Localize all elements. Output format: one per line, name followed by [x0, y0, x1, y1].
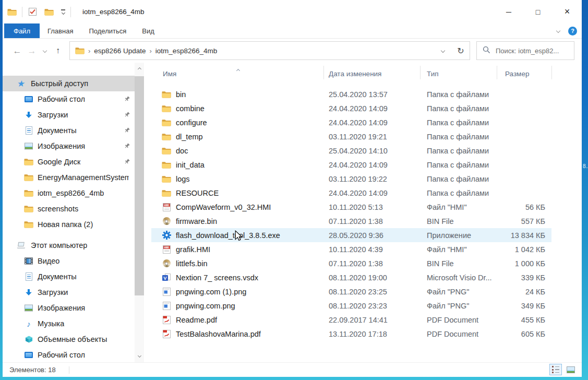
file-size: 455 КБ: [497, 316, 551, 324]
breadcrumb-separator-icon[interactable]: ›: [85, 47, 94, 55]
file-size: 557 КБ: [497, 217, 551, 225]
divider: [70, 7, 71, 17]
window-controls: ─ □ ×: [494, 0, 582, 23]
visio-icon: V: [162, 274, 171, 282]
breadcrumb-item[interactable]: iotm_esp8266_4mb: [155, 47, 218, 55]
tab-1[interactable]: Главная: [40, 23, 81, 38]
window-folder-icon[interactable]: [7, 8, 17, 16]
sidebar-item-label: Рабочий стол: [38, 351, 85, 359]
file-row[interactable]: Readme.pdf22.09.2017 14:41PDF Document45…: [151, 313, 551, 327]
file-date: 24.04.2020 14:09: [323, 104, 420, 113]
customize-toolbar-dropdown-icon[interactable]: [61, 9, 65, 14]
file-row[interactable]: firmware.bin07.11.2020 1:38BIN File557 К…: [151, 214, 551, 228]
file-name: logs: [176, 175, 190, 183]
file-row[interactable]: HMIgrafik.HMI10.11.2020 4:39Файл "HMI"1 …: [151, 242, 551, 256]
breadcrumb-item[interactable]: esp8266 Update: [94, 47, 146, 55]
file-row[interactable]: doc25.04.2020 14:10Папка с файлами: [151, 144, 551, 158]
file-size: 13 834 КБ: [497, 231, 551, 240]
file-row[interactable]: bin25.04.2020 13:57Папка с файлами: [151, 87, 551, 101]
refresh-icon[interactable]: ↻: [452, 42, 470, 60]
file-row[interactable]: RESOURCE24.04.2020 14:09Папка с файлами: [151, 186, 551, 200]
file-row[interactable]: flash_download_tool_3.8.5.exe28.05.2020 …: [151, 228, 551, 242]
file-row[interactable]: VNextion 7_ screens.vsdx08.11.2020 19:00…: [151, 270, 551, 284]
sidebar-item[interactable]: Рабочий стол: [3, 347, 135, 362]
file-row[interactable]: combine24.04.2020 14:09Папка с файлами: [151, 101, 551, 115]
file-type: Папка с файлами: [420, 161, 497, 169]
quick-access-toolbar: [28, 8, 65, 16]
properties-check-icon[interactable]: [28, 8, 37, 16]
desktop-text-fragment: 8...: [583, 163, 588, 169]
explorer-window: iotm_esp8266_4mb ─ □ × ФайлГлавнаяПодели…: [3, 0, 582, 377]
scroll-up-icon[interactable]: [135, 64, 144, 74]
details-view-button[interactable]: [549, 364, 562, 375]
close-button[interactable]: ×: [553, 0, 582, 23]
address-bar[interactable]: ›esp8266 Update›iotm_esp8266_4mb ↻: [69, 41, 470, 60]
file-name: Nextion 7_ screens.vsdx: [176, 274, 258, 282]
bin-icon: [162, 217, 171, 225]
file-type: Microsoft Visio Dr...: [420, 274, 497, 282]
file-date: 08.11.2020 23:25: [323, 288, 420, 296]
file-row[interactable]: pngwing.com (1).png08.11.2020 23:25Файл …: [151, 284, 551, 299]
address-dropdown-icon[interactable]: [434, 42, 452, 60]
up-button[interactable]: ↑: [51, 46, 65, 55]
file-row[interactable]: init_data24.04.2020 14:09Папка с файлами: [151, 158, 551, 172]
folder-icon: [162, 147, 171, 155]
file-name: flash_download_tool_3.8.5.exe: [176, 231, 280, 240]
file-row[interactable]: pngwing.com.png08.11.2020 23:23Файл "PNG…: [151, 299, 551, 313]
file-name: pngwing.com (1).png: [176, 288, 246, 296]
png-icon: [162, 288, 171, 296]
file-type: Папка с файлами: [420, 104, 497, 113]
file-type: Папка с файлами: [420, 118, 497, 127]
column-divider[interactable]: [497, 66, 497, 79]
file-name: littlefs.bin: [176, 259, 207, 268]
address-row: ← → ↑ ›esp8266 Update›iotm_esp8266_4mb ↻: [3, 39, 582, 63]
window-title: iotm_esp8266_4mb: [82, 8, 145, 16]
file-type: Папка с файлами: [420, 189, 497, 197]
thumbnails-view-button[interactable]: [565, 364, 577, 375]
help-icon[interactable]: ?: [568, 27, 577, 35]
file-date: 10.11.2020 4:39: [323, 245, 420, 254]
sort-ascending-icon: [237, 65, 239, 74]
tab-file[interactable]: Файл: [4, 23, 40, 38]
file-row[interactable]: littlefs.bin07.11.2020 1:38BIN File1 000…: [151, 256, 551, 270]
column-header-type[interactable]: Тип: [427, 70, 439, 78]
file-row[interactable]: HMICompWaveform_v0_32.HMI10.11.2020 5:13…: [151, 200, 551, 214]
file-name: pngwing.com.png: [176, 302, 235, 310]
file-name: bin: [176, 90, 186, 99]
search-input[interactable]: [496, 47, 566, 55]
file-name: init_data: [176, 161, 205, 169]
file-date: 22.09.2017 14:41: [323, 316, 420, 324]
back-button[interactable]: ←: [10, 46, 25, 55]
column-divider[interactable]: [323, 66, 324, 79]
column-header-name[interactable]: Имя: [163, 70, 176, 78]
file-date: 13.11.2020 17:18: [323, 330, 420, 338]
file-date: 24.04.2020 14:09: [323, 161, 420, 169]
exe-icon: [162, 231, 171, 240]
file-row[interactable]: TestBalashovaMarina.pdf13.11.2020 17:18P…: [151, 327, 551, 341]
scroll-down-icon[interactable]: [135, 351, 144, 360]
forward-button[interactable]: →: [25, 46, 39, 55]
breadcrumb-separator-icon[interactable]: ›: [146, 47, 155, 55]
column-header-date[interactable]: Дата изменения: [329, 70, 381, 78]
folder-icon: [162, 161, 171, 169]
column-divider[interactable]: [551, 66, 552, 79]
file-date: 03.11.2020 19:22: [323, 175, 420, 183]
file-row[interactable]: configure24.04.2020 14:09Папка с файлами: [151, 115, 551, 129]
new-folder-icon[interactable]: [44, 8, 54, 16]
file-name: firmware.bin: [176, 217, 217, 225]
column-header-size[interactable]: Размер: [505, 70, 529, 78]
file-type: PDF Document: [420, 330, 497, 338]
maximize-button[interactable]: □: [523, 0, 553, 23]
tab-2[interactable]: Поделиться: [81, 23, 134, 38]
recent-locations-icon[interactable]: [39, 49, 51, 52]
tab-3[interactable]: Вид: [134, 23, 162, 38]
minimize-button[interactable]: ─: [494, 0, 523, 23]
svg-text:V: V: [163, 275, 167, 280]
file-row[interactable]: dl_temp03.11.2020 19:21Папка с файлами: [151, 129, 551, 144]
column-divider[interactable]: [420, 66, 421, 79]
folder-icon: [162, 119, 171, 126]
file-name: grafik.HMI: [176, 245, 210, 254]
expand-ribbon-icon[interactable]: [556, 29, 560, 33]
file-row[interactable]: logs03.11.2020 19:22Папка с файлами: [151, 172, 551, 186]
star-icon: ★: [16, 79, 27, 88]
